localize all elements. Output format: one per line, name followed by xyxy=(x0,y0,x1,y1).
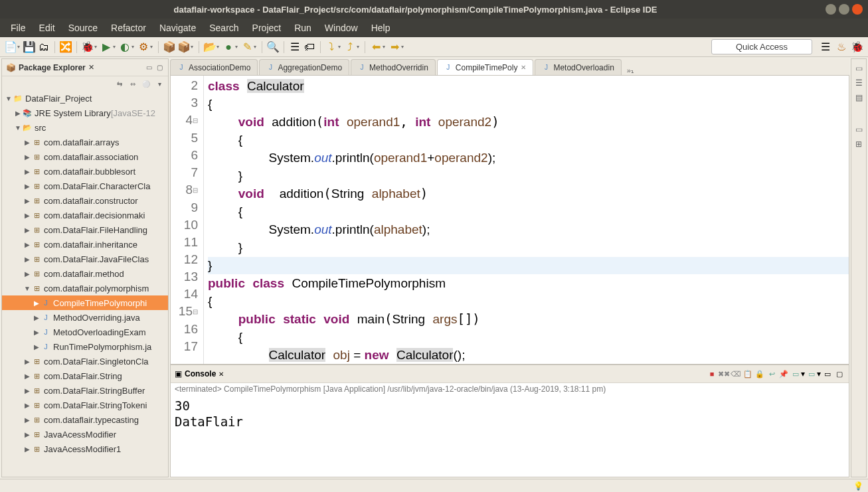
external-button[interactable]: ⚙ xyxy=(137,41,150,54)
dropdown-icon[interactable]: ▾ xyxy=(113,44,116,50)
restore-view2-button[interactable]: ▭ xyxy=(853,124,864,135)
close-button[interactable] xyxy=(852,4,863,15)
new-button[interactable]: 📄 xyxy=(4,41,17,54)
maximize-panel-button[interactable]: ▢ xyxy=(155,63,164,72)
dropdown-icon[interactable]: ▾ xyxy=(17,44,20,50)
package-node[interactable]: ▶⊞com.dataflair.bubblesort xyxy=(2,164,168,179)
dropdown-icon[interactable]: ▾ xyxy=(235,44,238,50)
menu-help[interactable]: Help xyxy=(366,21,396,35)
package-node[interactable]: ▶⊞com.DataFlair.CharacterCla xyxy=(2,179,168,193)
dropdown-icon[interactable]: ▾ xyxy=(191,44,193,50)
minimize-button[interactable] xyxy=(825,4,836,15)
dropdown-icon[interactable]: ▾ xyxy=(383,44,385,50)
package-node[interactable]: ▶⊞JavaAcessModifier1 xyxy=(2,442,168,456)
outline2-icon[interactable]: ⊞ xyxy=(853,139,864,149)
debug-perspective-button[interactable]: 🐞 xyxy=(851,41,864,54)
minimize-console-button[interactable]: ▭ xyxy=(822,369,833,379)
package-explorer-tree[interactable]: ▼📁DataFlair_Project ▶📚JRE System Library… xyxy=(2,91,168,477)
menu-window[interactable]: Window xyxy=(319,21,363,35)
menu-run[interactable]: Run xyxy=(289,21,317,35)
console-output[interactable]: 30 DataFlair xyxy=(171,395,849,477)
package-node[interactable]: ▶⊞com.DataFlair.FileHandling xyxy=(2,222,168,237)
file-methodoverriding[interactable]: ▶JMethodOverriding.java xyxy=(2,310,168,325)
remove-launch-button[interactable]: ✖✖ xyxy=(719,369,729,379)
save-button[interactable]: 💾 xyxy=(23,41,36,54)
menu-source[interactable]: Source xyxy=(63,21,103,35)
new-package-button[interactable]: 📦 xyxy=(163,41,176,54)
package-node[interactable]: ▶⊞com.DataFlair.SingletonCla xyxy=(2,354,168,369)
focus-button[interactable]: ⚪ xyxy=(141,79,151,88)
toggle-mark-button[interactable]: 🏷 xyxy=(303,41,316,54)
maximize-button[interactable] xyxy=(839,4,849,15)
dropdown-icon[interactable]: ▾ xyxy=(150,44,153,50)
panel-close-icon[interactable]: ✕ xyxy=(88,63,94,72)
run-button[interactable]: ▶ xyxy=(100,41,113,54)
package-node[interactable]: ▶⊞com.dataflair.constructor xyxy=(2,193,168,208)
tab-close-icon[interactable]: ✕ xyxy=(521,64,526,71)
dropdown-icon[interactable]: ▾ xyxy=(401,44,404,50)
tab-compiletimepoly[interactable]: JCompileTimePoly✕ xyxy=(437,59,534,75)
pin-console-button[interactable]: 📌 xyxy=(778,369,789,379)
debug-button[interactable]: 🐞 xyxy=(81,41,94,54)
new-java-button[interactable]: ● xyxy=(222,41,235,54)
quick-access-input[interactable]: Quick Access xyxy=(711,39,812,54)
package-node[interactable]: ▶⊞com.dataflair.method xyxy=(2,266,168,281)
package-node[interactable]: ▶⊞com.dataflair.inheritance xyxy=(2,237,168,252)
new-class-button[interactable]: 📦 xyxy=(177,41,191,54)
link-editor-button[interactable]: ⇔ xyxy=(128,79,137,88)
tab-associationdemo[interactable]: JAssociationDemo xyxy=(170,59,258,75)
dropdown-icon[interactable]: ▾ xyxy=(801,369,805,378)
package-node[interactable]: ▶⊞com.dataflair.association xyxy=(2,149,168,164)
view-menu-button[interactable]: ▾ xyxy=(155,79,164,88)
open-console-button[interactable]: ▭ xyxy=(806,369,817,379)
package-node[interactable]: ▶⊞com.dataflair.arrays xyxy=(2,135,168,149)
menu-file[interactable]: File xyxy=(5,21,31,35)
file-runtimepolymorphism[interactable]: ▶JRunTimePolymorphism.ja xyxy=(2,339,168,354)
wand-button[interactable]: ✎ xyxy=(240,41,254,54)
scroll-lock-button[interactable]: 🔒 xyxy=(754,369,765,379)
package-node[interactable]: ▶⊞com.DataFlair.StringBuffer xyxy=(2,383,168,398)
outline-icon[interactable]: ▤ xyxy=(853,92,864,103)
menu-refactor[interactable]: Refactor xyxy=(106,21,151,35)
tab-aggregationdemo[interactable]: JAggregationDemo xyxy=(259,59,349,75)
prev-annotation-button[interactable]: ⤴ xyxy=(343,41,357,54)
package-node[interactable]: ▶⊞JavaAcessModifier xyxy=(2,427,168,442)
coverage-button[interactable]: ◐ xyxy=(118,41,131,54)
collapse-all-button[interactable]: ⇆ xyxy=(115,79,124,88)
back-button[interactable]: ⬅ xyxy=(369,41,383,54)
switch-button[interactable]: 🔀 xyxy=(59,41,72,54)
file-compiletimepolymorphism[interactable]: ▶JCompileTimePolymorphi xyxy=(2,295,168,310)
src-node[interactable]: ▼📂src xyxy=(2,120,168,135)
menu-search[interactable]: Search xyxy=(204,21,244,35)
package-node[interactable]: ▶⊞com.DataFlair.String xyxy=(2,369,168,383)
remove-all-button[interactable]: ⌫ xyxy=(731,369,741,379)
maximize-console-button[interactable]: ▢ xyxy=(834,369,845,379)
terminate-button[interactable]: ■ xyxy=(707,369,717,379)
console-close-icon[interactable]: ✕ xyxy=(218,370,224,378)
tab-methodoverriding[interactable]: JMethodOverridin xyxy=(351,59,436,75)
menu-project[interactable]: Project xyxy=(247,21,287,35)
menu-edit[interactable]: Edit xyxy=(34,21,60,35)
dropdown-icon[interactable]: ▾ xyxy=(254,44,256,50)
clear-console-button[interactable]: 📋 xyxy=(742,369,753,379)
toggle-breadcrumb-button[interactable]: ☰ xyxy=(288,41,302,54)
task-list-icon[interactable]: ☰ xyxy=(853,78,864,88)
dropdown-icon[interactable]: ▾ xyxy=(817,369,821,378)
jre-node[interactable]: ▶📚JRE System Library [JavaSE-12 xyxy=(2,106,168,120)
dropdown-icon[interactable]: ▾ xyxy=(357,44,359,50)
package-polymorphism[interactable]: ▼⊞com.dataflair.polymorphism xyxy=(2,281,168,295)
package-node[interactable]: ▶⊞com.DataFlair.StringTokeni xyxy=(2,398,168,412)
word-wrap-button[interactable]: ↩ xyxy=(766,369,777,379)
menu-navigate[interactable]: Navigate xyxy=(154,21,201,35)
search-button[interactable]: 🔍 xyxy=(266,41,280,54)
project-node[interactable]: ▼📁DataFlair_Project xyxy=(2,91,168,106)
java-perspective-button[interactable]: ♨ xyxy=(835,41,848,54)
dropdown-icon[interactable]: ▾ xyxy=(131,44,134,50)
code-editor[interactable]: 234⊟5678⊟9101112131415⊟1617 class Calcul… xyxy=(170,76,849,365)
package-node[interactable]: ▶⊞com.dataflair.decisionmaki xyxy=(2,208,168,222)
package-node[interactable]: ▶⊞com.DataFlair.JavaFileClas xyxy=(2,252,168,266)
dropdown-icon[interactable]: ▾ xyxy=(94,44,97,50)
open-type-button[interactable]: 📂 xyxy=(203,41,217,54)
tab-metodoverloadin[interactable]: JMetodOverloadin xyxy=(535,59,621,75)
restore-view-button[interactable]: ▭ xyxy=(853,63,864,74)
